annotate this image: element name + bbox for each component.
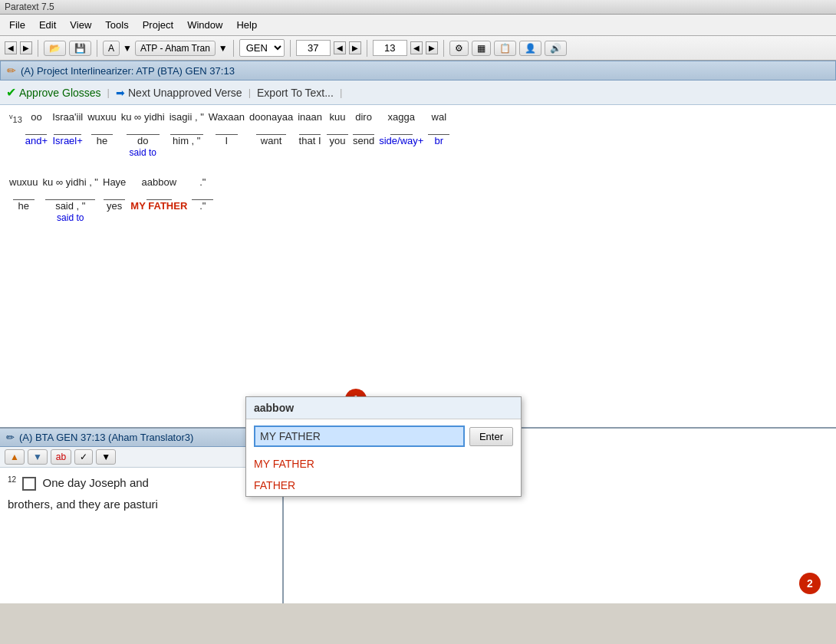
word-oo[interactable]: oo and+: [25, 111, 48, 146]
menu-window[interactable]: Window: [181, 17, 229, 33]
word-waxaan[interactable]: Waxaan I: [209, 111, 245, 146]
underline: [127, 123, 160, 135]
gloss: he: [97, 135, 107, 146]
sep3: |: [340, 87, 342, 98]
bottom-left-header: ✏ (A) BTA GEN 37:13 (Aham Translator3): [0, 429, 282, 447]
approve-icon: ✔: [6, 85, 16, 100]
my-father-gloss: MY FATHER: [130, 200, 187, 212]
chapter-prev[interactable]: ◀: [334, 41, 346, 54]
menu-tools[interactable]: Tools: [99, 17, 134, 33]
word-xagga[interactable]: xagga side/way+: [379, 111, 423, 146]
word-israel[interactable]: Israa'iil Israel+: [52, 111, 83, 146]
export-button[interactable]: Export To Text...: [257, 87, 334, 99]
back-button[interactable]: ◀: [5, 41, 17, 54]
source: wal: [432, 111, 447, 123]
source: isagii , ": [170, 111, 204, 123]
verse-row-2: wuxuu he ku ∞ yidhi , " said , " said to…: [9, 176, 827, 228]
gloss: do: [137, 135, 148, 146]
tool2[interactable]: ▦: [472, 41, 491, 56]
popup-option-father[interactable]: FATHER: [246, 475, 521, 496]
gloss: .": [199, 200, 206, 212]
project-dropdown: ▼: [219, 43, 228, 54]
sep4: [290, 40, 291, 57]
menu-edit[interactable]: Edit: [33, 17, 62, 33]
word-doonayaa[interactable]: doonayaa want: [249, 111, 293, 146]
source: wuxuu: [87, 111, 117, 123]
bible-text-left: 12 One day Joseph and: [8, 474, 275, 492]
underline: [146, 188, 172, 200]
word-kuu[interactable]: kuu you: [327, 111, 348, 146]
popup-option-my-father[interactable]: MY FATHER: [246, 453, 521, 475]
project-button[interactable]: ATP - Aham Tran: [135, 41, 216, 56]
verse-prev[interactable]: ◀: [410, 41, 423, 54]
tool4[interactable]: 👤: [519, 41, 541, 56]
chapter-next[interactable]: ▶: [349, 41, 361, 54]
word-ku-yidhi[interactable]: ku ∞ yidhi do said to: [121, 111, 165, 158]
source: wuxuu: [9, 176, 38, 188]
gloss: send: [353, 135, 374, 146]
tool1[interactable]: ⚙: [449, 41, 469, 56]
profile-button[interactable]: A: [103, 41, 120, 56]
word-wal[interactable]: wal br: [428, 111, 449, 146]
word-diro[interactable]: diro send: [353, 111, 374, 146]
next-label: Next Unapproved Verse: [128, 87, 242, 99]
approve-glosses-button[interactable]: ✔ Approve Glosses: [6, 85, 101, 100]
word-inaan[interactable]: inaan that I: [298, 111, 322, 146]
tool3[interactable]: 📋: [494, 41, 516, 56]
bottom-left-panel: ✏ (A) BTA GEN 37:13 (Aham Translator3) ▲…: [0, 429, 284, 603]
verse-checkbox-12[interactable]: [22, 477, 36, 491]
bible-text-2: brothers, and they are pasturi: [8, 498, 158, 511]
sep1: [38, 40, 38, 57]
chapter-input[interactable]: [296, 40, 331, 56]
up-arrow-button[interactable]: ▲: [5, 449, 25, 465]
underline: [216, 123, 238, 135]
source: oo: [31, 111, 41, 123]
word-wuxuu[interactable]: wuxuu he: [87, 111, 117, 146]
ab-button[interactable]: ab: [51, 449, 71, 465]
word-period[interactable]: ." .": [192, 176, 213, 212]
book-select[interactable]: GEN: [239, 39, 285, 57]
underline: [353, 123, 374, 135]
title-text: Paratext 7.5: [5, 2, 54, 12]
panel-icon: ✏: [7, 64, 16, 77]
popup-enter-button[interactable]: Enter: [469, 427, 513, 446]
underline: [390, 123, 413, 135]
word-ku-yidhi2[interactable]: ku ∞ yidhi , " said , " said to: [43, 176, 98, 223]
source: Israa'iil: [52, 111, 83, 123]
menu-project[interactable]: Project: [137, 17, 179, 33]
menu-bar: File Edit View Tools Project Window Help: [0, 15, 836, 36]
gloss: and+: [25, 135, 48, 146]
gloss: I: [225, 135, 229, 146]
down-arrow-button[interactable]: ▼: [28, 449, 48, 465]
word-aabbow[interactable]: aabbow MY FATHER: [130, 176, 187, 212]
checkmark-button[interactable]: ✓: [74, 449, 93, 465]
tool5[interactable]: 🔊: [545, 41, 567, 56]
sep2: |: [248, 87, 251, 98]
verse-next[interactable]: ▶: [426, 41, 438, 54]
underline: [91, 123, 113, 135]
menu-help[interactable]: Help: [230, 17, 263, 33]
verse-row-1: v13 oo and+ Israa'iil Israel+ wuxuu he k…: [9, 111, 827, 163]
popup-input-row: Enter: [246, 419, 521, 453]
verse-input[interactable]: [373, 40, 407, 56]
word-wuxuu2[interactable]: wuxuu he: [9, 176, 38, 212]
popup-gloss-input[interactable]: [254, 426, 465, 447]
dropdown-button[interactable]: ▼: [96, 449, 116, 465]
underline: [25, 123, 47, 135]
word-haye[interactable]: Haye yes: [103, 176, 126, 212]
source: kuu: [329, 111, 345, 123]
word-isagii[interactable]: isagii , " him , ": [170, 111, 204, 146]
save-button[interactable]: 💾: [69, 41, 91, 56]
project-label: ATP - Aham Tran: [140, 43, 210, 54]
sep3: [233, 40, 234, 57]
underline: [54, 123, 81, 135]
gloss: Israel+: [52, 135, 82, 146]
gloss-popup: aabbow Enter MY FATHER FATHER: [245, 396, 522, 497]
forward-button[interactable]: ▶: [20, 41, 32, 54]
menu-view[interactable]: View: [64, 17, 97, 33]
menu-file[interactable]: File: [3, 17, 31, 33]
export-label: Export To Text...: [257, 87, 334, 99]
badge-2: 2: [799, 573, 821, 594]
open-button[interactable]: 📂: [44, 41, 66, 56]
next-unapproved-button[interactable]: ➡ Next Unapproved Verse: [116, 87, 242, 99]
